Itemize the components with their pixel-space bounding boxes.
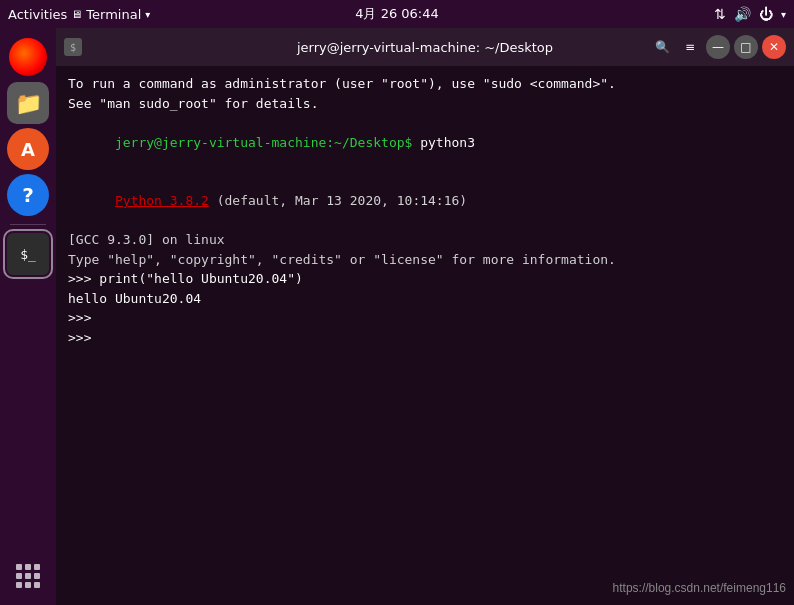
settings-arrow: ▾ [781, 9, 786, 20]
prompt-text: jerry@jerry-virtual-machine:~/Desktop$ [115, 135, 412, 150]
sudo-notice-line2: See "man sudo_root" for details. [68, 94, 782, 114]
close-icon: ✕ [769, 40, 779, 54]
python-version-suffix: (default, Mar 13 2020, 10:14:16) [209, 193, 467, 208]
system-bar-datetime: 4月 26 06:44 [355, 5, 439, 23]
system-bar: Activities 🖥 Terminal ▾ 4月 26 06:44 ⇅ 🔊 … [0, 0, 794, 28]
terminal-title-left: $ [64, 38, 82, 56]
network-icon: ⇅ [714, 6, 726, 22]
activities-button[interactable]: Activities [8, 7, 67, 22]
sudo-notice-line1: To run a command as administrator (user … [68, 74, 782, 94]
type-help-line: Type "help", "copyright", "credits" or "… [68, 250, 782, 270]
search-icon: 🔍 [655, 40, 670, 54]
command-line: jerry@jerry-virtual-machine:~/Desktop$ p… [68, 113, 782, 172]
terminal-titlebar: $ jerry@jerry-virtual-machine: ~/Desktop… [56, 28, 794, 66]
repl-prompt3: >>> [68, 328, 782, 348]
terminal-window-icon: $ [64, 38, 82, 56]
terminal-window: $ jerry@jerry-virtual-machine: ~/Desktop… [56, 28, 794, 605]
terminal-title: jerry@jerry-virtual-machine: ~/Desktop [297, 40, 553, 55]
minimize-icon: — [712, 40, 724, 54]
sidebar-item-files[interactable]: 📁 [7, 82, 49, 124]
repl-print-line: >>> print("hello Ubuntu20.04") [68, 269, 782, 289]
firefox-icon [9, 38, 47, 76]
help-icon: ? [22, 183, 34, 207]
terminal-close-button[interactable]: ✕ [762, 35, 786, 59]
maximize-icon: □ [740, 40, 751, 54]
terminal-maximize-button[interactable]: □ [734, 35, 758, 59]
terminal-window-controls: 🔍 ≡ — □ ✕ [650, 35, 786, 59]
apps-grid-icon [16, 564, 40, 588]
terminal-minimize-button[interactable]: — [706, 35, 730, 59]
sidebar-item-firefox[interactable] [7, 36, 49, 78]
command-text: python3 [412, 135, 475, 150]
system-bar-right: ⇅ 🔊 ⏻ ▾ [714, 6, 786, 22]
hamburger-icon: ≡ [685, 40, 695, 54]
sidebar-item-app-center[interactable]: A [7, 128, 49, 170]
python-version-text: Python 3.8.2 [115, 193, 209, 208]
gcc-line: [GCC 9.3.0] on linux [68, 230, 782, 250]
files-icon: 📁 [15, 91, 42, 116]
terminal-search-button[interactable]: 🔍 [650, 35, 674, 59]
sidebar-item-help[interactable]: ? [7, 174, 49, 216]
power-icon: ⏻ [759, 6, 773, 22]
python-version-line: Python 3.8.2 (default, Mar 13 2020, 10:1… [68, 172, 782, 231]
sidebar-item-terminal[interactable]: $_ [7, 233, 49, 275]
show-applications-button[interactable] [7, 555, 49, 597]
terminal-menu-label[interactable]: Terminal [86, 7, 141, 22]
watermark: https://blog.csdn.net/feimeng116 [613, 579, 786, 597]
sidebar: 📁 A ? $_ [0, 28, 56, 605]
terminal-menu-button[interactable]: ≡ [678, 35, 702, 59]
system-bar-left: Activities 🖥 Terminal ▾ [8, 7, 150, 22]
volume-icon: 🔊 [734, 6, 751, 22]
repl-output-line: hello Ubuntu20.04 [68, 289, 782, 309]
repl-prompt2: >>> [68, 308, 782, 328]
terminal-icon: $_ [20, 247, 36, 262]
terminal-menu-arrow: ▾ [145, 9, 150, 20]
terminal-content[interactable]: To run a command as administrator (user … [56, 66, 794, 605]
terminal-menu-icon: 🖥 [71, 8, 82, 21]
sidebar-divider [10, 224, 46, 225]
app-center-icon: A [21, 139, 35, 160]
